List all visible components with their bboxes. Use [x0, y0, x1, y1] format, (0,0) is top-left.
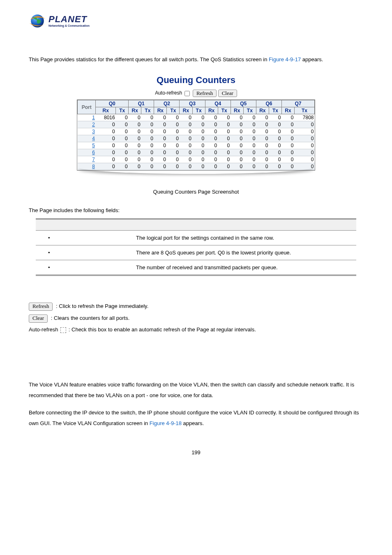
counter-cell: 0: [231, 121, 243, 128]
counter-cell: 0: [205, 156, 218, 163]
counter-cell: 0: [281, 149, 294, 156]
counter-cell: 0: [141, 128, 154, 135]
counter-cell: 0: [129, 149, 141, 156]
port-link[interactable]: 7: [92, 157, 95, 162]
fields-table: The logical port for the settings contai…: [36, 218, 356, 276]
port-link[interactable]: 6: [92, 150, 95, 155]
globe-icon: [29, 12, 46, 30]
port-cell: 5: [78, 142, 96, 149]
autorefresh-checkbox[interactable]: [184, 91, 190, 96]
counter-cell: 0: [154, 121, 167, 128]
field-description: The logical port for the settings contai…: [131, 231, 356, 245]
counter-cell: 0: [231, 114, 243, 121]
table-row: 40000000000000000: [78, 135, 315, 142]
counter-cell: 0: [192, 128, 205, 135]
clear-button[interactable]: Clear: [218, 90, 237, 97]
counter-cell: 0: [218, 121, 231, 128]
port-link[interactable]: 3: [92, 129, 95, 134]
counter-cell: 0: [167, 135, 180, 142]
counter-cell: 0: [154, 128, 167, 135]
table-row: 60000000000000000: [78, 149, 315, 156]
counter-cell: 0: [231, 135, 243, 142]
counter-cell: 0: [243, 156, 256, 163]
counter-cell: 0: [269, 135, 281, 142]
counter-cell: 0: [167, 121, 180, 128]
counter-cell: 0: [96, 142, 116, 149]
col-header-queue: Q2: [154, 100, 180, 107]
counter-cell: 0: [180, 128, 192, 135]
counter-cell: 0: [243, 135, 256, 142]
counter-cell: 0: [256, 114, 269, 121]
table-row: 20000000000000000: [78, 121, 315, 128]
counter-cell: 0: [218, 156, 231, 163]
counter-cell: 0: [205, 128, 218, 135]
counter-cell: 0: [154, 142, 167, 149]
counter-cell: 0: [116, 128, 129, 135]
voice-vlan-paragraph-1: The Voice VLAN feature enables voice tra…: [29, 379, 363, 401]
clear-button-sample[interactable]: Clear: [29, 314, 48, 323]
port-cell: 7: [78, 156, 96, 163]
counter-cell: 0: [129, 121, 141, 128]
table-row: 50000000000000000: [78, 142, 315, 149]
counter-cell: 0: [129, 114, 141, 121]
counter-cell: 0: [269, 156, 281, 163]
brand-tagline: Networking & Communication: [48, 24, 90, 27]
counter-cell: 0: [243, 121, 256, 128]
counter-cell: 0: [141, 135, 154, 142]
counter-cell: 0: [129, 156, 141, 163]
autorefresh-help-text: : Check this box to enable an automatic …: [69, 326, 256, 333]
counter-cell: 0: [167, 128, 180, 135]
refresh-help-text: : Click to refresh the Page immediately.: [56, 303, 148, 309]
counter-cell: 0: [243, 114, 256, 121]
counter-cell: 0: [295, 121, 315, 128]
col-header-queue: Q6: [256, 100, 281, 107]
counter-cell: 0: [281, 142, 294, 149]
counter-cell: 0: [154, 114, 167, 121]
counter-cell: 0: [141, 142, 154, 149]
intro-text-pre: This Page provides statistics for the di…: [29, 56, 269, 62]
figure-link-4-9-18[interactable]: Figure 4-9-18: [150, 420, 182, 426]
port-link[interactable]: 1: [92, 115, 95, 120]
counter-cell: 0: [231, 142, 243, 149]
clear-help-text: : Clears the counters for all ports.: [51, 315, 129, 321]
counter-cell: 0: [295, 135, 315, 142]
col-header-sub: Rx: [281, 107, 294, 114]
refresh-button[interactable]: Refresh: [193, 90, 217, 97]
counter-cell: 0: [281, 128, 294, 135]
counter-cell: 0: [243, 128, 256, 135]
figure-link-4-9-17[interactable]: Figure 4-9-17: [269, 56, 301, 62]
counter-cell: 0: [256, 121, 269, 128]
port-cell: 3: [78, 128, 96, 135]
counter-cell: 0: [192, 114, 205, 121]
counter-cell: 0: [205, 121, 218, 128]
counter-cell: 0: [129, 142, 141, 149]
screenshot-caption: Queuing Counters Page Screenshot: [29, 189, 363, 195]
voice-vlan-paragraph-2: Before connecting the IP device to the s…: [29, 407, 363, 429]
col-header-sub: Rx: [154, 107, 167, 114]
col-header-sub: Tx: [269, 107, 281, 114]
col-header-sub: Tx: [192, 107, 205, 114]
col-header-sub: Tx: [116, 107, 129, 114]
counter-cell: 0: [116, 149, 129, 156]
col-header-sub: Rx: [231, 107, 243, 114]
counter-cell: 0: [180, 156, 192, 163]
counter-cell: 0: [129, 135, 141, 142]
autorefresh-label: Auto-refresh: [155, 90, 182, 96]
refresh-button-sample[interactable]: Refresh: [29, 303, 53, 311]
port-link[interactable]: 2: [92, 122, 95, 127]
shadow-decoration: [77, 169, 315, 176]
counter-cell: 0: [154, 149, 167, 156]
counter-cell: 0: [281, 114, 294, 121]
buttons-help-section: Refresh : Click to refresh the Page imme…: [29, 301, 363, 336]
counter-cell: 0: [154, 156, 167, 163]
port-link[interactable]: 4: [92, 136, 95, 141]
counter-cell: 0: [295, 142, 315, 149]
chart-controls: Auto-refresh Refresh Clear: [77, 90, 315, 97]
col-header-queue: Q5: [231, 100, 256, 107]
port-link[interactable]: 5: [92, 143, 95, 148]
intro-paragraph: This Page provides statistics for the di…: [29, 54, 363, 65]
counter-cell: 0: [154, 135, 167, 142]
counter-cell: 0: [269, 142, 281, 149]
brand-name: PLANET: [48, 15, 90, 24]
counter-cell: 0: [167, 142, 180, 149]
